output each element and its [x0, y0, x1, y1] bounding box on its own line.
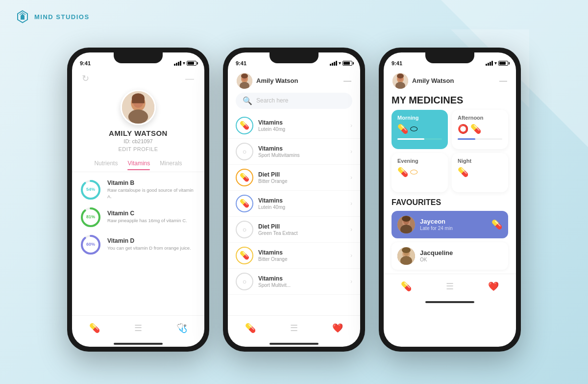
- nutrient-name-c: Vitamin C: [107, 210, 196, 217]
- status-icons-2: ▾: [330, 60, 352, 66]
- med-sub-7: Sport Multivit...: [258, 282, 345, 288]
- chevron-7: ›: [350, 278, 352, 285]
- nutrient-name-b: Vitamin B: [107, 179, 196, 186]
- medicine-item-7[interactable]: ○ Vitamins Sport Multivit... ›: [228, 269, 360, 295]
- nav-pill-3[interactable]: 💊: [401, 281, 412, 292]
- nav-list-1[interactable]: ☰: [134, 323, 142, 333]
- ring-b: 54%: [80, 179, 101, 201]
- fav-status-jacqueline: OK: [420, 257, 502, 262]
- nav-pill-2[interactable]: 💊: [245, 323, 256, 333]
- svg-text:60%: 60%: [86, 242, 95, 247]
- bottom-nav-2: 💊 ☰ ❤️: [228, 315, 360, 341]
- schedule-night[interactable]: Night 💊: [452, 153, 508, 192]
- medicine-list: 💊 Vitamins Lutein 40mg › ○ Vitamins: [228, 113, 360, 315]
- edit-profile-link[interactable]: EDIT PROFILE: [119, 146, 158, 152]
- medicine-item-4[interactable]: 💊 Vitamins Lutein 40mg ›: [228, 191, 360, 217]
- nutrient-info-b: Vitamin B Raw cantaloupe is good source …: [107, 179, 196, 200]
- evening-pills: 💊 ⬭: [397, 167, 442, 178]
- p3-header: Amily Watson —: [384, 70, 516, 93]
- schedule-evening[interactable]: Evening 💊 ⬭: [392, 153, 448, 192]
- med-info-1: Vitamins Lutein 40mg: [253, 119, 350, 132]
- fav-item-jacqueline[interactable]: Jacqueline OK: [392, 242, 508, 270]
- med-info-7: Vitamins Sport Multivit...: [253, 275, 350, 288]
- fav-item-jayceon[interactable]: Jayceon Late for 24 min 💊: [392, 211, 508, 238]
- evening-label: Evening: [397, 158, 442, 164]
- ring-c: 81%: [80, 206, 101, 228]
- med-icon-7: ○: [236, 273, 253, 290]
- svg-point-34: [402, 247, 411, 253]
- nav-pill-1[interactable]: 💊: [89, 323, 100, 333]
- svg-text:81%: 81%: [86, 214, 95, 219]
- medicine-item-5[interactable]: ○ Diet Pill Green Tea Extract ›: [228, 217, 360, 243]
- nutrient-info-c: Vitamin C Raw pineapple has 16mg of vita…: [107, 210, 196, 224]
- menu-icon-3[interactable]: —: [499, 77, 507, 85]
- medicine-item-6[interactable]: 💊 Vitamins Bitter Orange ›: [228, 243, 360, 269]
- med-icon-4: 💊: [236, 195, 253, 212]
- afternoon-pill-1: ⭕: [458, 124, 468, 134]
- afternoon-progress: [458, 138, 502, 140]
- search-bar[interactable]: 🔍 Search here: [236, 93, 352, 109]
- signal-icon-3: [486, 61, 493, 66]
- chevron-5: ›: [350, 226, 352, 233]
- svg-point-24: [397, 74, 404, 78]
- notch-2: [270, 52, 318, 63]
- fav-name-jacqueline: Jacqueline: [420, 249, 502, 256]
- screen-2: 9:41 ▾: [228, 52, 360, 347]
- med-name-6: Vitamins: [258, 249, 345, 256]
- nutrient-info-d: Vitamin D You can get vitamin D from ora…: [107, 237, 196, 251]
- nav-list-2[interactable]: ☰: [290, 323, 298, 333]
- med-sub-1: Lutein 40mg: [258, 127, 345, 132]
- med-icon-5: ○: [236, 221, 253, 238]
- nutrient-item-c: 81% Vitamin C Raw pineapple has 16mg of …: [80, 204, 196, 231]
- phones-wrapper: 9:41 ▾ ↻ —: [0, 0, 588, 384]
- med-sub-4: Lutein 40mg: [258, 205, 345, 210]
- bottom-nav-1: 💊 ☰ 🩺: [72, 315, 204, 341]
- afternoon-label: Afternoon: [458, 115, 502, 121]
- wifi-icon-2: ▾: [339, 60, 341, 66]
- notch-3: [425, 52, 474, 63]
- home-indicator-3: [425, 301, 474, 303]
- menu-icon-1[interactable]: —: [185, 74, 195, 84]
- morning-pill-1: 💊: [397, 124, 408, 134]
- status-time-3: 9:41: [392, 60, 402, 66]
- bottom-nav-3: 💊 ☰ ❤️: [384, 274, 516, 299]
- nutrient-desc-c: Raw pineapple has 16mg of vitamin C.: [107, 218, 196, 224]
- battery-icon-1: [187, 61, 196, 66]
- phone-1: 9:41 ▾ ↻ —: [67, 48, 209, 352]
- med-info-3: Diet Pill Bitter Orange: [253, 171, 350, 184]
- medicine-item-2[interactable]: ○ Vitamins Sport Multivitamins ›: [228, 139, 360, 165]
- schedule-morning[interactable]: Morning 💊 ⬭: [392, 110, 448, 149]
- nutrient-desc-d: You can get vitamin D from orange juice.: [107, 245, 196, 251]
- med-name-3: Diet Pill: [258, 171, 345, 178]
- schedule-grid: Morning 💊 ⬭ Afternoon ⭕ 💊: [384, 110, 516, 196]
- night-pill-1: 💊: [458, 167, 468, 178]
- chevron-2: ›: [350, 148, 352, 155]
- favourites-list: Jayceon Late for 24 min 💊: [384, 211, 516, 274]
- med-name-7: Vitamins: [258, 275, 345, 282]
- med-name-2: Vitamins: [258, 145, 345, 152]
- menu-icon-2[interactable]: —: [343, 77, 351, 85]
- med-name-4: Vitamins: [258, 197, 345, 204]
- nav-heart-2[interactable]: ❤️: [332, 323, 343, 333]
- schedule-afternoon[interactable]: Afternoon ⭕ 💊: [452, 110, 508, 149]
- nav-list-3[interactable]: ☰: [446, 281, 454, 292]
- nav-heart-1[interactable]: 🩺: [176, 323, 187, 333]
- nav-heart-3[interactable]: ❤️: [488, 281, 499, 292]
- home-indicator-1: [114, 343, 163, 345]
- p1-tabs: Nutrients Vitamins Minerals: [72, 156, 204, 172]
- medicine-item-1[interactable]: 💊 Vitamins Lutein 40mg ›: [228, 113, 360, 139]
- fav-pill-jayceon: 💊: [491, 219, 502, 230]
- afternoon-pill-2: 💊: [470, 124, 481, 134]
- chevron-1: ›: [350, 122, 352, 129]
- tab-minerals[interactable]: Minerals: [160, 160, 182, 170]
- refresh-icon[interactable]: ↻: [82, 73, 94, 85]
- ring-d: 60%: [80, 234, 101, 256]
- battery-icon-3: [498, 61, 508, 66]
- fav-info-jayceon: Jayceon Late for 24 min: [420, 218, 487, 231]
- medicine-item-3[interactable]: 💊 Diet Pill Bitter Orange ›: [228, 165, 360, 191]
- morning-tablet-1: ⬭: [410, 124, 417, 134]
- tab-vitamins[interactable]: Vitamins: [127, 160, 150, 170]
- tab-nutrients[interactable]: Nutrients: [94, 160, 118, 170]
- med-icon-3: 💊: [236, 169, 253, 186]
- med-name-5: Diet Pill: [258, 223, 345, 230]
